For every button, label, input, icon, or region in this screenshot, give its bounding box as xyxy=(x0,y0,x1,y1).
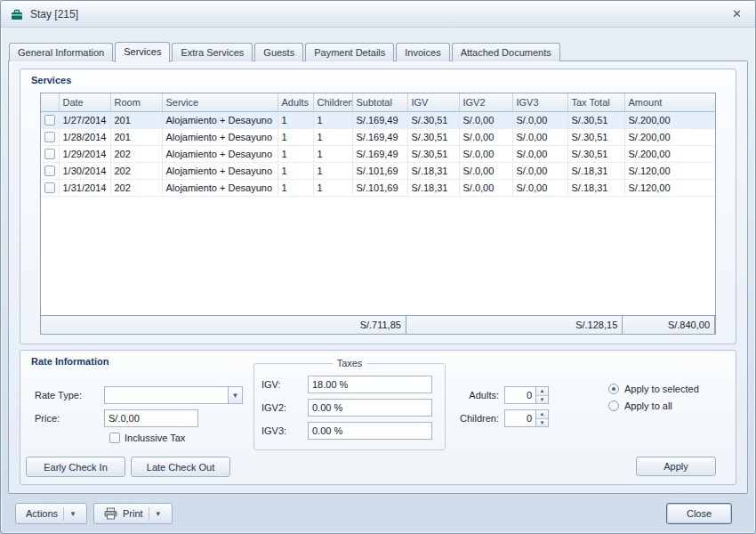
cell-room: 201 xyxy=(110,128,162,145)
services-grid: Date Room Service Adults Children Subtot… xyxy=(40,93,716,335)
caret-down-icon[interactable]: ▼ xyxy=(155,510,162,518)
apply-to-all-option[interactable]: Apply to all xyxy=(608,397,699,414)
children-spin-down-icon[interactable]: ▼ xyxy=(536,418,548,427)
cell-date: 1/27/2014 xyxy=(59,111,110,128)
adults-stepper[interactable]: ▲ ▼ xyxy=(504,386,549,404)
caret-down-icon[interactable]: ▼ xyxy=(69,510,76,518)
tab-services[interactable]: Services xyxy=(115,42,170,62)
tab-label: General Information xyxy=(18,47,104,58)
actions-button[interactable]: Actions ▼ xyxy=(15,503,87,524)
column-header-checkbox xyxy=(41,93,59,111)
tab-attached-documents[interactable]: Attached Documents xyxy=(452,43,560,61)
column-header-tax-total[interactable]: Tax Total xyxy=(567,93,624,111)
cell-room: 202 xyxy=(110,179,162,196)
children-input[interactable] xyxy=(504,409,535,427)
cell-tax-total: S/.30,51 xyxy=(567,111,624,128)
igv2-label: IGV2: xyxy=(261,399,286,417)
inclusive-tax-row[interactable]: Inclussive Tax xyxy=(109,433,185,443)
total-tax: S/.128,15 xyxy=(406,316,623,334)
row-checkbox[interactable] xyxy=(44,149,55,159)
cell-adults: 1 xyxy=(277,162,313,179)
table-row[interactable]: 1/29/2014 202 Alojamiento + Desayuno 1 1… xyxy=(41,145,716,162)
igv2-input[interactable] xyxy=(308,399,432,417)
early-check-in-button[interactable]: Early Check In xyxy=(26,457,125,477)
cell-igv3: S/.0,00 xyxy=(512,111,567,128)
late-check-out-button[interactable]: Late Check Out xyxy=(131,457,230,477)
column-header-igv2[interactable]: IGV2 xyxy=(459,93,512,111)
row-checkbox[interactable] xyxy=(44,182,55,193)
column-header-adults[interactable]: Adults xyxy=(277,93,313,111)
cell-igv: S/.30,51 xyxy=(407,145,459,162)
children-stepper[interactable]: ▲ ▼ xyxy=(504,409,549,427)
apply-scope-radio-group: Apply to selected Apply to all xyxy=(608,380,699,414)
services-tab-page: Services Date Room Service xyxy=(8,61,748,494)
cell-igv2: S/.0,00 xyxy=(459,111,512,128)
cell-tax-total: S/.30,51 xyxy=(567,128,624,145)
tab-invoices[interactable]: Invoices xyxy=(396,43,449,61)
adults-spin-up-icon[interactable]: ▲ xyxy=(536,387,548,395)
cell-date: 1/28/2014 xyxy=(59,128,110,145)
print-button[interactable]: Print ▼ xyxy=(93,503,173,524)
tab-guests[interactable]: Guests xyxy=(254,43,303,61)
cell-igv: S/.18,31 xyxy=(407,179,459,196)
cell-checkbox xyxy=(41,145,59,162)
inclusive-tax-checkbox[interactable] xyxy=(109,433,120,443)
tab-extra-services[interactable]: Extra Services xyxy=(172,43,253,61)
column-header-amount[interactable]: Amount xyxy=(624,93,716,111)
column-header-service[interactable]: Service xyxy=(162,93,277,111)
igv3-input[interactable] xyxy=(308,422,432,440)
cell-checkbox xyxy=(41,128,59,145)
cell-subtotal: S/.101,69 xyxy=(352,179,407,196)
adults-label: Adults: xyxy=(453,386,499,404)
cell-room: 202 xyxy=(110,145,162,162)
children-spin-up-icon[interactable]: ▲ xyxy=(536,410,548,418)
adults-spin-down-icon[interactable]: ▼ xyxy=(536,395,548,404)
cell-subtotal: S/.169,49 xyxy=(352,128,407,145)
apply-to-selected-radio[interactable] xyxy=(608,384,619,394)
rate-type-input[interactable] xyxy=(104,386,228,404)
close-icon[interactable]: ✕ xyxy=(728,6,746,21)
cell-igv3: S/.0,00 xyxy=(512,128,567,145)
adults-input[interactable] xyxy=(504,386,535,404)
cell-subtotal: S/.169,49 xyxy=(352,145,407,162)
cell-igv3: S/.0,00 xyxy=(512,145,567,162)
cell-igv: S/.30,51 xyxy=(407,128,459,145)
igv-input[interactable] xyxy=(308,376,432,393)
apply-button[interactable]: Apply xyxy=(636,457,716,476)
cell-date: 1/29/2014 xyxy=(59,145,110,162)
cell-service: Alojamiento + Desayuno xyxy=(162,111,277,128)
bottom-bar: Actions ▼ Print ▼ Close xyxy=(1,494,755,533)
column-header-igv[interactable]: IGV xyxy=(407,93,459,111)
column-header-subtotal[interactable]: Subtotal xyxy=(352,93,407,111)
cell-date: 1/30/2014 xyxy=(59,162,110,179)
column-header-date[interactable]: Date xyxy=(59,93,110,111)
column-header-room[interactable]: Room xyxy=(110,93,162,111)
price-input[interactable] xyxy=(104,409,198,427)
tab-label: Payment Details xyxy=(314,47,385,58)
grid-header-row: Date Room Service Adults Children Subtot… xyxy=(41,93,716,111)
row-checkbox[interactable] xyxy=(44,115,55,125)
column-header-igv3[interactable]: IGV3 xyxy=(512,93,567,111)
row-checkbox[interactable] xyxy=(44,132,55,142)
tab-general-information[interactable]: General Information xyxy=(9,43,113,61)
cell-children: 1 xyxy=(313,179,352,196)
total-amount: S/.840,00 xyxy=(623,316,715,334)
column-header-children[interactable]: Children xyxy=(313,93,352,111)
close-button[interactable]: Close xyxy=(666,503,732,524)
table-row[interactable]: 1/27/2014 201 Alojamiento + Desayuno 1 1… xyxy=(41,111,716,128)
caret-down-icon[interactable]: ▼ xyxy=(228,386,243,404)
cell-checkbox xyxy=(41,162,59,179)
apply-to-all-radio[interactable] xyxy=(608,400,619,411)
actions-button-label: Actions xyxy=(26,508,58,519)
titlebar: Stay [215] ✕ xyxy=(1,1,755,28)
apply-to-selected-option[interactable]: Apply to selected xyxy=(608,380,699,397)
rate-type-combo[interactable]: ▼ xyxy=(104,386,243,404)
row-checkbox[interactable] xyxy=(44,166,55,176)
cell-igv2: S/.0,00 xyxy=(459,162,512,179)
table-row[interactable]: 1/28/2014 201 Alojamiento + Desayuno 1 1… xyxy=(41,128,716,145)
services-group-caption: Services xyxy=(31,75,71,85)
table-row[interactable]: 1/31/2014 202 Alojamiento + Desayuno 1 1… xyxy=(41,179,716,196)
cell-tax-total: S/.18,31 xyxy=(567,179,624,196)
table-row[interactable]: 1/30/2014 202 Alojamiento + Desayuno 1 1… xyxy=(41,162,716,179)
tab-payment-details[interactable]: Payment Details xyxy=(305,43,394,61)
